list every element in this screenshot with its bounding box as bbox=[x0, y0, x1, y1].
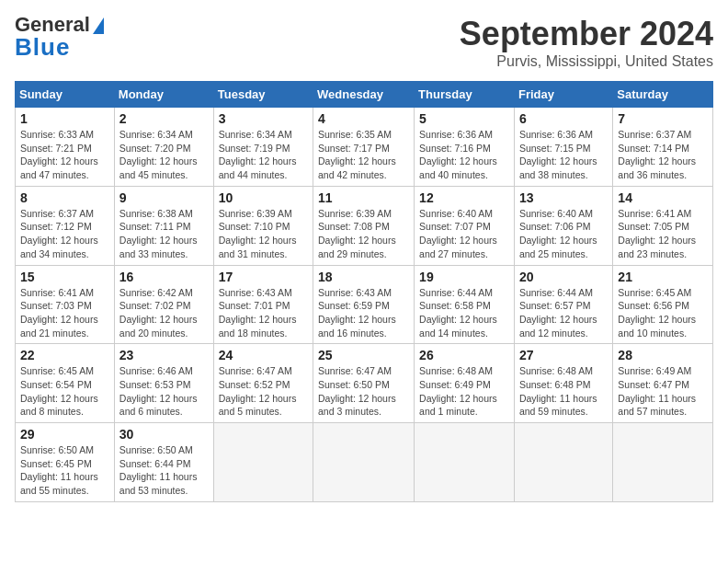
daylight-label: Daylight: 12 hours and 18 minutes. bbox=[219, 314, 297, 339]
day-number: 22 bbox=[20, 348, 109, 362]
sunrise-label: Sunrise: 6:50 AM bbox=[119, 444, 193, 455]
sunrise-label: Sunrise: 6:33 AM bbox=[20, 129, 94, 140]
sunrise-label: Sunrise: 6:39 AM bbox=[318, 208, 392, 219]
day-info: Sunrise: 6:44 AM Sunset: 6:57 PM Dayligh… bbox=[519, 286, 608, 340]
day-info: Sunrise: 6:40 AM Sunset: 7:07 PM Dayligh… bbox=[419, 207, 509, 261]
day-info: Sunrise: 6:34 AM Sunset: 7:19 PM Dayligh… bbox=[219, 128, 308, 182]
sunset-label: Sunset: 7:03 PM bbox=[20, 300, 92, 311]
sunrise-label: Sunrise: 6:44 AM bbox=[519, 287, 593, 298]
sunrise-label: Sunrise: 6:38 AM bbox=[119, 208, 193, 219]
day-number: 10 bbox=[219, 190, 308, 205]
sunrise-label: Sunrise: 6:44 AM bbox=[419, 287, 493, 298]
week-row-1: 1 Sunrise: 6:33 AM Sunset: 7:21 PM Dayli… bbox=[16, 108, 713, 187]
sunrise-label: Sunrise: 6:50 AM bbox=[20, 444, 94, 455]
logo-general: General bbox=[15, 15, 104, 35]
sunrise-label: Sunrise: 6:37 AM bbox=[20, 208, 94, 219]
sunset-label: Sunset: 6:56 PM bbox=[618, 300, 689, 311]
day-info: Sunrise: 6:39 AM Sunset: 7:10 PM Dayligh… bbox=[219, 207, 308, 261]
sunrise-label: Sunrise: 6:34 AM bbox=[219, 129, 292, 140]
daylight-label: Daylight: 12 hours and 3 minutes. bbox=[318, 393, 396, 418]
page-subtitle: Purvis, Mississippi, United States bbox=[460, 53, 713, 70]
calendar-cell: 14 Sunrise: 6:41 AM Sunset: 7:05 PM Dayl… bbox=[613, 186, 713, 265]
sunrise-label: Sunrise: 6:43 AM bbox=[219, 287, 292, 298]
daylight-label: Daylight: 12 hours and 14 minutes. bbox=[419, 314, 497, 339]
sunrise-label: Sunrise: 6:43 AM bbox=[318, 287, 392, 298]
sunrise-label: Sunrise: 6:46 AM bbox=[119, 365, 193, 376]
calendar-cell: 22 Sunrise: 6:45 AM Sunset: 6:54 PM Dayl… bbox=[16, 344, 115, 423]
day-info: Sunrise: 6:46 AM Sunset: 6:53 PM Dayligh… bbox=[119, 364, 209, 419]
sunrise-label: Sunrise: 6:34 AM bbox=[119, 129, 193, 140]
sunset-label: Sunset: 7:07 PM bbox=[419, 221, 491, 232]
day-number: 6 bbox=[519, 111, 608, 126]
day-info: Sunrise: 6:35 AM Sunset: 7:17 PM Dayligh… bbox=[318, 128, 409, 182]
calendar-cell: 12 Sunrise: 6:40 AM Sunset: 7:07 PM Dayl… bbox=[415, 186, 515, 265]
sunset-label: Sunset: 6:49 PM bbox=[419, 379, 491, 390]
sunset-label: Sunset: 6:44 PM bbox=[119, 458, 191, 469]
sunrise-label: Sunrise: 6:42 AM bbox=[119, 287, 193, 298]
page-title: September 2024 bbox=[460, 15, 713, 53]
calendar-cell: 25 Sunrise: 6:47 AM Sunset: 6:50 PM Dayl… bbox=[313, 344, 415, 423]
daylight-label: Daylight: 12 hours and 38 minutes. bbox=[519, 155, 597, 180]
day-info: Sunrise: 6:37 AM Sunset: 7:14 PM Dayligh… bbox=[618, 128, 708, 182]
week-row-3: 15 Sunrise: 6:41 AM Sunset: 7:03 PM Dayl… bbox=[16, 265, 713, 344]
day-info: Sunrise: 6:41 AM Sunset: 7:05 PM Dayligh… bbox=[618, 207, 708, 261]
day-number: 21 bbox=[618, 270, 708, 284]
header-monday: Monday bbox=[114, 82, 213, 108]
day-info: Sunrise: 6:44 AM Sunset: 6:58 PM Dayligh… bbox=[419, 286, 509, 340]
calendar-cell: 1 Sunrise: 6:33 AM Sunset: 7:21 PM Dayli… bbox=[16, 108, 115, 187]
daylight-label: Daylight: 11 hours and 57 minutes. bbox=[618, 393, 696, 418]
calendar-cell: 21 Sunrise: 6:45 AM Sunset: 6:56 PM Dayl… bbox=[613, 265, 713, 344]
day-number: 17 bbox=[219, 270, 308, 284]
day-number: 24 bbox=[219, 348, 308, 362]
sunset-label: Sunset: 6:52 PM bbox=[219, 379, 290, 390]
sunrise-label: Sunrise: 6:49 AM bbox=[618, 365, 691, 376]
sunset-label: Sunset: 6:48 PM bbox=[519, 379, 591, 390]
day-info: Sunrise: 6:36 AM Sunset: 7:15 PM Dayligh… bbox=[519, 128, 608, 182]
sunset-label: Sunset: 7:16 PM bbox=[419, 143, 491, 154]
sunset-label: Sunset: 7:11 PM bbox=[119, 221, 191, 232]
day-number: 4 bbox=[318, 111, 409, 126]
daylight-label: Daylight: 11 hours and 59 minutes. bbox=[519, 393, 597, 418]
sunset-label: Sunset: 7:08 PM bbox=[318, 221, 390, 232]
daylight-label: Daylight: 12 hours and 45 minutes. bbox=[119, 155, 198, 180]
day-number: 14 bbox=[618, 190, 708, 205]
calendar-cell: 20 Sunrise: 6:44 AM Sunset: 6:57 PM Dayl… bbox=[514, 265, 612, 344]
day-info: Sunrise: 6:38 AM Sunset: 7:11 PM Dayligh… bbox=[119, 207, 209, 261]
header-sunday: Sunday bbox=[16, 82, 115, 108]
calendar-cell: 6 Sunrise: 6:36 AM Sunset: 7:15 PM Dayli… bbox=[514, 108, 612, 187]
day-info: Sunrise: 6:48 AM Sunset: 6:49 PM Dayligh… bbox=[419, 364, 509, 419]
sunset-label: Sunset: 7:12 PM bbox=[20, 221, 92, 232]
calendar-cell: 9 Sunrise: 6:38 AM Sunset: 7:11 PM Dayli… bbox=[114, 186, 213, 265]
day-info: Sunrise: 6:45 AM Sunset: 6:56 PM Dayligh… bbox=[618, 286, 708, 340]
calendar-cell bbox=[613, 423, 713, 502]
header-wednesday: Wednesday bbox=[313, 82, 415, 108]
calendar-cell: 30 Sunrise: 6:50 AM Sunset: 6:44 PM Dayl… bbox=[114, 423, 213, 502]
daylight-label: Daylight: 12 hours and 12 minutes. bbox=[519, 314, 597, 339]
sunset-label: Sunset: 6:58 PM bbox=[419, 300, 491, 311]
day-number: 25 bbox=[318, 348, 409, 362]
sunrise-label: Sunrise: 6:45 AM bbox=[20, 365, 94, 376]
sunset-label: Sunset: 7:15 PM bbox=[519, 143, 591, 154]
sunset-label: Sunset: 7:05 PM bbox=[618, 221, 689, 232]
calendar-cell: 16 Sunrise: 6:42 AM Sunset: 7:02 PM Dayl… bbox=[114, 265, 213, 344]
daylight-label: Daylight: 12 hours and 5 minutes. bbox=[219, 393, 297, 418]
daylight-label: Daylight: 12 hours and 1 minute. bbox=[419, 393, 497, 418]
calendar-cell bbox=[213, 423, 313, 502]
calendar-cell: 7 Sunrise: 6:37 AM Sunset: 7:14 PM Dayli… bbox=[613, 108, 713, 187]
title-block: September 2024 Purvis, Mississippi, Unit… bbox=[460, 15, 713, 70]
daylight-label: Daylight: 12 hours and 33 minutes. bbox=[119, 235, 198, 259]
header-tuesday: Tuesday bbox=[213, 82, 313, 108]
sunset-label: Sunset: 6:57 PM bbox=[519, 300, 591, 311]
calendar-cell: 3 Sunrise: 6:34 AM Sunset: 7:19 PM Dayli… bbox=[213, 108, 313, 187]
day-number: 19 bbox=[419, 270, 509, 284]
sunrise-label: Sunrise: 6:48 AM bbox=[419, 365, 493, 376]
sunset-label: Sunset: 7:17 PM bbox=[318, 143, 390, 154]
sunset-label: Sunset: 6:45 PM bbox=[20, 458, 92, 469]
header-saturday: Saturday bbox=[613, 82, 713, 108]
day-info: Sunrise: 6:39 AM Sunset: 7:08 PM Dayligh… bbox=[318, 207, 409, 261]
daylight-label: Daylight: 12 hours and 6 minutes. bbox=[119, 393, 198, 418]
sunrise-label: Sunrise: 6:41 AM bbox=[618, 208, 691, 219]
calendar-cell: 28 Sunrise: 6:49 AM Sunset: 6:47 PM Dayl… bbox=[613, 344, 713, 423]
calendar-header-row: Sunday Monday Tuesday Wednesday Thursday… bbox=[16, 82, 713, 108]
calendar-cell: 24 Sunrise: 6:47 AM Sunset: 6:52 PM Dayl… bbox=[213, 344, 313, 423]
